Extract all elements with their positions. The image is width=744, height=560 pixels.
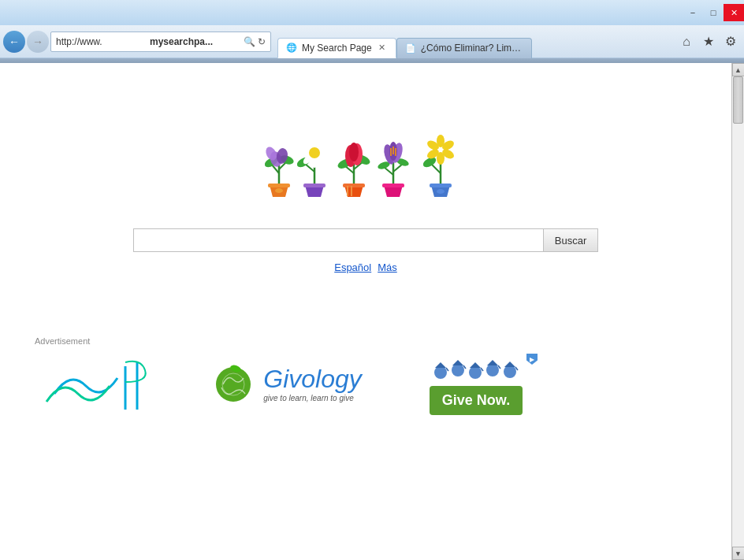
svg-point-10 bbox=[275, 188, 283, 193]
scroll-track[interactable] bbox=[732, 76, 745, 547]
page-content: Buscar Español Más Advertisement bbox=[0, 63, 731, 560]
tab-label-1: My Search Page bbox=[302, 43, 372, 54]
tab-favicon-1: 🌐 bbox=[286, 43, 297, 53]
browser-window: − □ ✕ ← → http://www.mysearchpa... 🔍 ↻ 🌐… bbox=[0, 0, 744, 560]
svg-point-75 bbox=[469, 366, 482, 379]
svg-point-69 bbox=[434, 366, 447, 379]
svg-rect-62 bbox=[430, 184, 452, 187]
tab-label-2: ¿Cómo Eliminar? Limpiar su co... bbox=[421, 43, 523, 54]
svg-point-72 bbox=[452, 364, 464, 376]
svg-point-20 bbox=[299, 150, 311, 156]
scroll-up-arrow[interactable]: ▲ bbox=[732, 63, 745, 76]
svg-marker-70 bbox=[435, 362, 446, 368]
svg-rect-9 bbox=[268, 184, 290, 187]
svg-marker-73 bbox=[452, 360, 463, 365]
svg-point-18 bbox=[311, 157, 318, 168]
givology-tagline: give to learn, learn to give bbox=[263, 394, 362, 402]
spanish-link[interactable]: Español bbox=[334, 261, 371, 273]
svg-point-22 bbox=[309, 147, 320, 158]
close-button[interactable]: ✕ bbox=[724, 4, 744, 21]
scroll-down-arrow[interactable]: ▼ bbox=[732, 547, 745, 560]
back-button[interactable]: ← bbox=[3, 31, 25, 53]
svg-point-66 bbox=[216, 367, 251, 402]
minimize-button[interactable]: − bbox=[683, 4, 703, 21]
language-links: Español Más bbox=[334, 261, 397, 273]
svg-point-16 bbox=[318, 150, 329, 156]
svg-rect-34 bbox=[343, 184, 365, 187]
settings-button[interactable]: ⚙ bbox=[720, 32, 741, 52]
ad-banner-1[interactable] bbox=[35, 352, 161, 415]
url-bold: mysearchpa... bbox=[150, 36, 244, 47]
give-now-button[interactable]: Give Now. bbox=[430, 386, 523, 415]
search-area: Buscar bbox=[133, 228, 598, 252]
more-link[interactable]: Más bbox=[378, 261, 397, 273]
browser-body: Buscar Español Más Advertisement bbox=[0, 63, 744, 560]
search-address-icon[interactable]: 🔍 bbox=[244, 36, 255, 47]
svg-rect-24 bbox=[303, 184, 326, 187]
ad-banners: Givology give to learn, learn to give bbox=[35, 352, 539, 415]
scrollbar: ▲ ▼ bbox=[731, 63, 744, 560]
givology-name: Givology bbox=[263, 365, 362, 394]
home-button[interactable]: ⌂ bbox=[676, 32, 697, 52]
refresh-icon[interactable]: ↻ bbox=[258, 36, 266, 47]
adchoices-icon[interactable]: ▶ bbox=[526, 354, 538, 365]
svg-marker-76 bbox=[470, 362, 481, 368]
window-controls: − □ ✕ bbox=[683, 0, 744, 25]
svg-marker-79 bbox=[487, 360, 498, 365]
address-bar[interactable]: http://www.mysearchpa... 🔍 ↻ bbox=[50, 32, 271, 52]
ad-banner-givology[interactable]: Givology give to learn, learn to give bbox=[177, 352, 397, 415]
svg-rect-49 bbox=[382, 184, 404, 187]
scroll-thumb[interactable] bbox=[733, 76, 743, 124]
svg-point-32 bbox=[349, 143, 359, 161]
url-prefix: http://www. bbox=[56, 36, 150, 47]
svg-line-51 bbox=[431, 164, 441, 173]
advertisement-label: Advertisement bbox=[35, 336, 90, 346]
forward-button[interactable]: → bbox=[27, 31, 49, 53]
navigation-bar: ← → http://www.mysearchpa... 🔍 ↻ 🌐 My Se… bbox=[0, 25, 744, 58]
favorites-button[interactable]: ★ bbox=[698, 32, 719, 52]
search-input[interactable] bbox=[133, 228, 543, 252]
svg-point-14 bbox=[311, 138, 318, 149]
title-bar: − □ ✕ bbox=[0, 0, 744, 25]
tab-active[interactable]: 🌐 My Search Page ✕ bbox=[277, 38, 396, 58]
svg-point-78 bbox=[486, 364, 499, 376]
tab-inactive[interactable]: 📄 ¿Cómo Eliminar? Limpiar su co... bbox=[396, 38, 532, 58]
svg-marker-82 bbox=[504, 362, 515, 367]
search-button[interactable]: Buscar bbox=[543, 228, 598, 252]
svg-point-81 bbox=[504, 365, 516, 378]
restore-button[interactable]: □ bbox=[703, 4, 724, 21]
advertisement-area: Advertisement bbox=[35, 336, 697, 415]
ad-banner-give-now[interactable]: Give Now. ▶ bbox=[413, 352, 539, 415]
tab-close-1[interactable]: ✕ bbox=[377, 43, 388, 54]
svg-point-63 bbox=[437, 189, 445, 194]
flowers-illustration bbox=[247, 110, 484, 213]
tab-favicon-2: 📄 bbox=[405, 43, 416, 54]
